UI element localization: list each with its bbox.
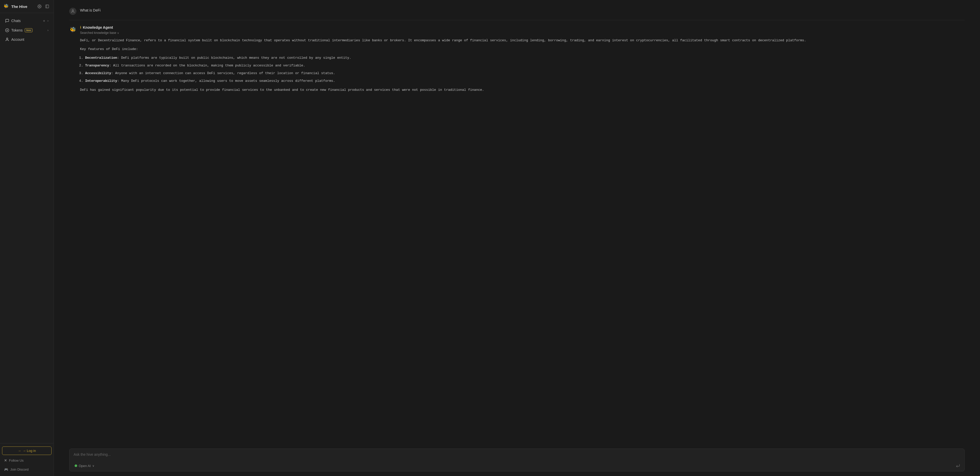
account-user-icon (5, 37, 9, 41)
input-footer: Open AI ∨ (70, 460, 964, 471)
feature-3-desc: : Anyone with an internet connection can… (111, 71, 335, 75)
feature-3-name: Accessibility (85, 71, 111, 75)
user-avatar (69, 8, 76, 15)
feature-1-name: Decentralization (85, 56, 117, 60)
token-icon (5, 28, 9, 32)
feature-2-name: Transparency (85, 64, 109, 67)
follow-us-label: Follow Us (9, 458, 24, 462)
sidebar-header: 🐝 The Hive (0, 0, 54, 13)
tokens-label: Tokens (11, 28, 22, 32)
input-area: Open AI ∨ (54, 446, 980, 476)
main-content: What is DeFi 🐝 ℹ Knowledge Agent Searche… (54, 0, 980, 476)
settings-button[interactable] (37, 3, 42, 9)
sidebar-item-chats-left: Chats (5, 19, 21, 23)
tokens-chevron-icon: › (48, 29, 48, 32)
sidebar-bottom: → → Log in ✕ Follow Us 🎮 Join Discord (0, 443, 54, 476)
sidebar: 🐝 The Hive (0, 0, 54, 476)
feature-interoperability: Interoperability: Many DeFi protocols ca… (85, 78, 965, 84)
svg-point-0 (39, 6, 40, 7)
send-button[interactable] (955, 462, 961, 469)
input-box: Open AI ∨ (69, 449, 965, 471)
model-selector-button[interactable]: Open AI ∨ (73, 463, 96, 469)
login-label: → Log in (22, 449, 36, 453)
user-message: What is DeFi (69, 7, 965, 20)
agent-conclusion-text: DeFi has gained significant popularity d… (80, 87, 965, 93)
agent-message: 🐝 ℹ Knowledge Agent Searched knowledge b… (69, 25, 965, 96)
model-chevron-icon: ∨ (92, 464, 94, 468)
sidebar-item-account[interactable]: Account (2, 35, 52, 44)
sidebar-toggle-button[interactable] (45, 3, 50, 9)
svg-point-5 (72, 10, 73, 11)
user-avatar-icon (71, 9, 75, 13)
agent-features-list: Decentralization: DeFi platforms are typ… (80, 55, 965, 84)
chats-add-button[interactable]: + (42, 19, 46, 23)
feature-4-name: Interoperability (85, 79, 117, 83)
agent-content: ℹ Knowledge Agent Searched knowledge bas… (80, 25, 965, 96)
sidebar-header-icons (37, 3, 50, 9)
join-discord-link[interactable]: 🎮 Join Discord (2, 466, 51, 473)
tokens-new-badge: New (25, 28, 33, 32)
feature-2-desc: : All transactions are recorded on the b… (109, 64, 305, 67)
x-icon: ✕ (4, 458, 7, 462)
agent-key-features-label: Key features of DeFi include: (80, 46, 965, 52)
discord-icon: 🎮 (4, 468, 8, 471)
agent-header: ℹ Knowledge Agent (80, 25, 965, 30)
logo-text: The Hive (11, 4, 27, 9)
knowledge-info-icon: ℹ (80, 25, 81, 30)
sidebar-item-chats-right: + › (42, 19, 48, 23)
svg-point-4 (6, 38, 8, 39)
sidebar-item-tokens[interactable]: Tokens New › (2, 26, 52, 35)
feature-accessibility: Accessibility: Anyone with an internet c… (85, 70, 965, 76)
searched-chevron-icon: ∨ (117, 32, 119, 34)
chat-icon (5, 19, 9, 23)
chats-chevron-icon: › (48, 19, 48, 22)
agent-avatar: 🐝 (69, 26, 76, 33)
feature-decentralization: Decentralization: DeFi platforms are typ… (85, 55, 965, 61)
follow-us-link[interactable]: ✕ Follow Us (2, 457, 51, 464)
login-arrow-icon: → (18, 449, 21, 453)
agent-response-body: DeFi, or Decentralized Finance, refers t… (80, 38, 965, 93)
model-status-dot (75, 465, 77, 467)
model-label: Open AI (79, 464, 91, 468)
settings-icon (37, 4, 41, 8)
feature-4-desc: : Many DeFi protocols can work together,… (117, 79, 335, 83)
user-message-text: What is DeFi (80, 7, 100, 12)
chat-input[interactable] (70, 449, 964, 459)
chats-label: Chats (11, 19, 21, 23)
svg-rect-1 (46, 5, 49, 8)
account-label: Account (11, 37, 24, 41)
agent-intro-text: DeFi, or Decentralized Finance, refers t… (80, 38, 965, 43)
join-discord-label: Join Discord (10, 468, 29, 471)
login-button[interactable]: → → Log in (2, 446, 51, 455)
agent-bee-icon: 🐝 (70, 26, 76, 33)
chat-area: What is DeFi 🐝 ℹ Knowledge Agent Searche… (54, 0, 980, 446)
searched-knowledge-label[interactable]: Searched knowledge base ∨ (80, 31, 965, 35)
feature-transparency: Transparency: All transactions are recor… (85, 63, 965, 68)
sidebar-item-account-left: Account (5, 37, 24, 41)
sidebar-logo: 🐝 The Hive (3, 3, 27, 9)
agent-name: Knowledge Agent (83, 25, 113, 30)
sidebar-item-chats[interactable]: Chats + › (2, 16, 52, 25)
sidebar-item-tokens-left: Tokens New (5, 28, 33, 32)
send-icon (956, 463, 960, 468)
sidebar-nav: Chats + › Tokens New › (0, 13, 54, 443)
logo-bee-icon: 🐝 (3, 3, 9, 9)
sidebar-item-tokens-right: › (48, 29, 48, 32)
sidebar-toggle-icon (45, 4, 49, 8)
feature-1-desc: : DeFi platforms are typically built on … (117, 56, 351, 60)
